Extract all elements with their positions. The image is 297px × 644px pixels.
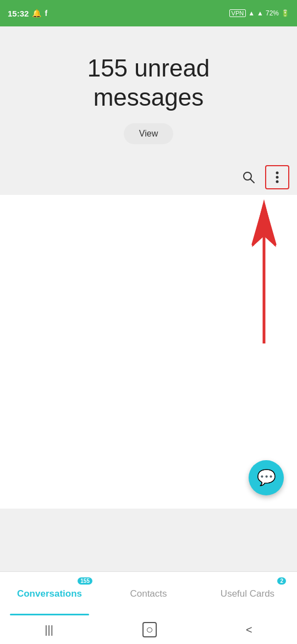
svg-line-1	[251, 179, 255, 183]
battery-icon: 🔋	[281, 9, 289, 17]
new-message-fab[interactable]: 💬	[249, 460, 284, 495]
tab-conversations-label: Conversations	[17, 588, 82, 599]
tab-contacts[interactable]: Contacts	[99, 572, 198, 615]
nav-home-icon[interactable]: ○	[142, 622, 156, 637]
signal-icon-2: ▲	[257, 9, 263, 17]
signal-icon-1: ▲	[248, 9, 255, 17]
system-nav-bar: ||| ○ <	[0, 615, 297, 644]
header-section: 155 unread messages View	[0, 26, 297, 161]
tab-useful-cards[interactable]: Useful Cards 2	[198, 572, 297, 615]
messages-label: messages	[94, 84, 204, 111]
tab-contacts-label: Contacts	[130, 588, 167, 599]
tab-bar: Conversations 155 Contacts Useful Cards …	[0, 571, 297, 615]
view-button[interactable]: View	[124, 123, 173, 144]
unread-label: unread	[134, 54, 210, 81]
tab-conversations[interactable]: Conversations 155	[0, 572, 99, 615]
tab-useful-cards-badge: 2	[277, 577, 286, 585]
tab-useful-cards-label: Useful Cards	[221, 588, 274, 599]
toolbar-row	[0, 161, 297, 195]
svg-point-2	[276, 171, 279, 174]
status-bar-right: VPN ▲ ▲ 72% 🔋	[229, 9, 289, 17]
nav-back-icon[interactable]: <	[246, 624, 252, 636]
status-bar: 15:32 🔔 f VPN ▲ ▲ 72% 🔋	[0, 0, 297, 26]
vpn-icon: VPN	[229, 9, 246, 17]
search-button[interactable]	[238, 166, 260, 188]
time-display: 15:32	[8, 9, 29, 18]
facebook-icon: f	[45, 9, 47, 18]
battery-display: 72%	[266, 9, 279, 17]
more-options-button[interactable]	[265, 165, 289, 189]
nav-menu-icon[interactable]: |||	[45, 624, 53, 636]
main-content: 💬	[0, 195, 297, 509]
status-bar-left: 15:32 🔔 f	[8, 9, 47, 18]
arrow-svg	[248, 195, 280, 343]
svg-point-4	[276, 180, 279, 183]
notification-icon: 🔔	[32, 9, 41, 18]
chat-icon: 💬	[257, 468, 276, 487]
tab-conversations-badge: 155	[78, 577, 92, 585]
svg-point-3	[276, 176, 279, 178]
arrow-annotation	[248, 195, 280, 343]
unread-count: 155	[87, 54, 128, 81]
unread-messages-title: 155 unread messages	[11, 54, 286, 112]
